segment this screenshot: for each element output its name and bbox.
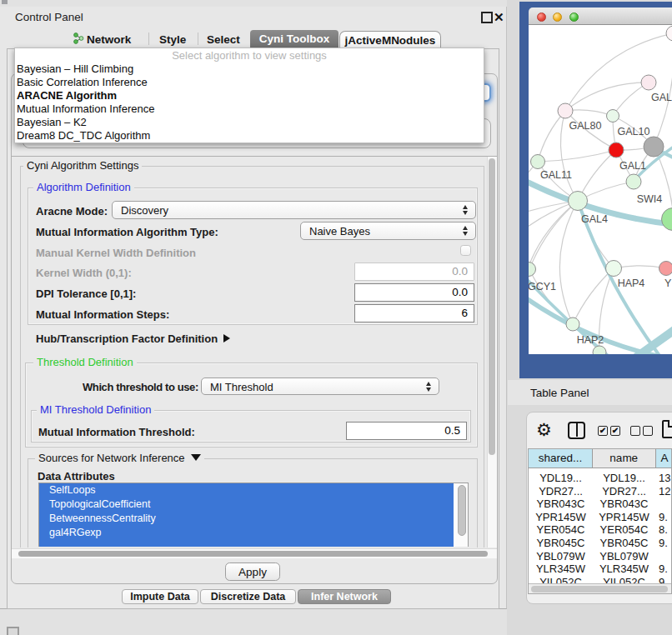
- screen: Control Panel ✕ Network Style Select Cyn…: [0, 0, 672, 635]
- table-row[interactable]: YPR145WYPR145W9.: [529, 511, 671, 524]
- node-gcy1[interactable]: [529, 262, 536, 277]
- table-cell: YLR345W: [529, 562, 593, 576]
- close-traffic-light-icon[interactable]: [537, 12, 546, 22]
- table-horizontal-scrollbar[interactable]: [529, 583, 672, 594]
- node-bright-green[interactable]: [662, 208, 672, 231]
- network-window-titlebar[interactable]: [529, 8, 672, 25]
- algorithm-option[interactable]: Dream8 DC_TDC Algorithm: [15, 129, 484, 142]
- vertical-scrollbar-thumb[interactable]: [489, 158, 495, 455]
- node-pink-1[interactable]: [641, 75, 656, 90]
- table-row[interactable]: YBR045CYBR045C9.: [529, 537, 671, 550]
- node-gal4[interactable]: [569, 192, 588, 211]
- tab-impute-data[interactable]: Impute Data: [122, 589, 198, 604]
- table-cell: YER054C: [529, 523, 593, 537]
- column-header[interactable]: shared...: [529, 449, 593, 468]
- node-salmon[interactable]: [659, 262, 672, 276]
- manual-kernel-width-label: Manual Kernel Width Definition: [36, 247, 196, 259]
- network-edge[interactable]: [559, 201, 578, 324]
- list-scrollbar-thumb[interactable]: [458, 485, 466, 536]
- cyni-algorithm-settings-title: Cyni Algorithm Settings: [23, 160, 142, 172]
- minimize-traffic-light-icon[interactable]: [553, 12, 562, 22]
- mi-threshold-field[interactable]: 0.5: [346, 422, 467, 440]
- node-gray[interactable]: [644, 137, 664, 157]
- table-scrollbar-thumb[interactable]: [531, 586, 668, 592]
- tab-infer-network[interactable]: Infer Network: [298, 589, 391, 604]
- node-label: HAP2: [577, 334, 604, 346]
- data-attributes-list[interactable]: SelfLoopsTopologicalCoefficientBetweenne…: [38, 482, 469, 547]
- tab-style[interactable]: Style: [159, 33, 186, 46]
- kernel-width-field[interactable]: 0.0: [354, 262, 474, 281]
- node-label: GAL10: [618, 126, 650, 138]
- table-row[interactable]: YDL19...YDL19...13: [529, 472, 671, 485]
- network-edge[interactable]: [573, 268, 614, 324]
- zoom-traffic-light-icon[interactable]: [569, 12, 579, 22]
- horizontal-scrollbar-thumb[interactable]: [18, 551, 488, 557]
- table-row[interactable]: YDR27...YDR27...12: [529, 485, 671, 498]
- mini-palette-icon[interactable]: [7, 627, 19, 635]
- data-attributes-label: Data Attributes: [38, 470, 115, 482]
- column-header[interactable]: name: [593, 449, 656, 468]
- table-header-row: shared...nameA: [529, 449, 671, 468]
- attribute-list-item[interactable]: TopologicalCoefficient: [39, 498, 454, 512]
- close-icon[interactable]: ✕: [494, 10, 504, 25]
- tab-select[interactable]: Select: [207, 33, 240, 46]
- table-row[interactable]: YBL079WYBL079W: [529, 550, 671, 563]
- expanded-arrow-icon[interactable]: [191, 454, 201, 461]
- unchecked-checkbox-icon[interactable]: [630, 426, 640, 436]
- network-edge[interactable]: [565, 82, 649, 111]
- node-table: shared...nameA YDL19...YDL19...13YDR27..…: [528, 448, 672, 594]
- manual-kernel-width-checkbox[interactable]: [460, 245, 471, 256]
- network-edge[interactable]: [654, 33, 672, 147]
- which-threshold-combobox[interactable]: MI Threshold: [201, 378, 439, 395]
- table-cell: 13: [659, 472, 670, 485]
- table-row[interactable]: YER054CYER054C8.: [529, 523, 671, 537]
- unchecked-checkbox-icon[interactable]: [643, 426, 653, 436]
- tab-jactivemnodules[interactable]: jActiveMNodules: [339, 31, 441, 48]
- algorithm-option[interactable]: Basic Correlation Inference: [15, 76, 484, 89]
- tab-cyni-toolbox[interactable]: Cyni Toolbox: [250, 30, 339, 48]
- mi-steps-field[interactable]: 6: [354, 304, 474, 322]
- apply-button[interactable]: Apply: [225, 562, 280, 581]
- node-pink-2[interactable]: [558, 103, 573, 118]
- mi-algorithm-type-combobox[interactable]: Naive Bayes: [300, 222, 476, 240]
- collapsed-arrow-icon[interactable]: [223, 334, 230, 342]
- table-row[interactable]: YLR345WYLR345W9.: [529, 562, 671, 576]
- list-scrollbar[interactable]: [455, 483, 469, 547]
- node-red[interactable]: [609, 142, 624, 158]
- popup-prompt: Select algorithm to view settings: [15, 48, 484, 62]
- table-row[interactable]: YBR043CYBR043C: [529, 498, 671, 511]
- node-swi4[interactable]: [626, 174, 641, 189]
- tab-network[interactable]: Network: [87, 33, 131, 46]
- dpi-tolerance-label: DPI Tolerance [0,1]:: [36, 288, 136, 300]
- which-threshold-label: Which threshold to use:: [83, 381, 198, 393]
- node-hap2[interactable]: [566, 318, 579, 331]
- dpi-tolerance-field[interactable]: 0.0: [354, 283, 474, 302]
- attribute-list-item[interactable]: SelfLoops: [39, 483, 454, 498]
- attribute-list-item[interactable]: BetweennessCentrality: [39, 512, 454, 526]
- gear-icon[interactable]: ⚙: [536, 420, 552, 440]
- network-edge[interactable]: [538, 150, 616, 162]
- node-hap4[interactable]: [606, 261, 622, 277]
- table-cell: 8.: [659, 523, 668, 537]
- control-panel-title: Control Panel: [15, 11, 83, 23]
- attribute-list-item[interactable]: gal4RGexp: [39, 526, 454, 540]
- stepper-arrows-icon: [426, 382, 432, 392]
- split-columns-icon[interactable]: [568, 422, 585, 439]
- network-canvas[interactable]: GALGAL80GAL10GAL1GAL11SWI4GAL4GCY1HAP4YH…: [529, 25, 672, 354]
- node-green-1[interactable]: [607, 110, 619, 122]
- hub-transcription-label[interactable]: Hub/Transcription Factor Definition: [36, 332, 230, 345]
- checked-checkbox-icon[interactable]: ✔: [598, 426, 608, 436]
- float-window-icon[interactable]: [481, 12, 493, 23]
- node-top-right[interactable]: [666, 26, 672, 41]
- aracne-mode-combobox[interactable]: Discovery: [112, 201, 476, 219]
- algorithm-option[interactable]: Bayesian – K2: [15, 116, 484, 129]
- algorithm-option[interactable]: ARACNE Algorithm: [15, 89, 484, 102]
- tab-discretize-data[interactable]: Discretize Data: [200, 589, 296, 604]
- checked-checkbox-icon[interactable]: ✔: [610, 426, 620, 436]
- document-icon[interactable]: [662, 420, 672, 438]
- algorithm-option[interactable]: Bayesian – Hill Climbing: [15, 62, 484, 76]
- algorithm-option[interactable]: Mutual Information Inference: [15, 102, 484, 116]
- column-header[interactable]: A: [656, 449, 672, 468]
- algorithm-list: Bayesian – Hill ClimbingBasic Correlatio…: [15, 62, 484, 142]
- node-gal11[interactable]: [531, 155, 545, 169]
